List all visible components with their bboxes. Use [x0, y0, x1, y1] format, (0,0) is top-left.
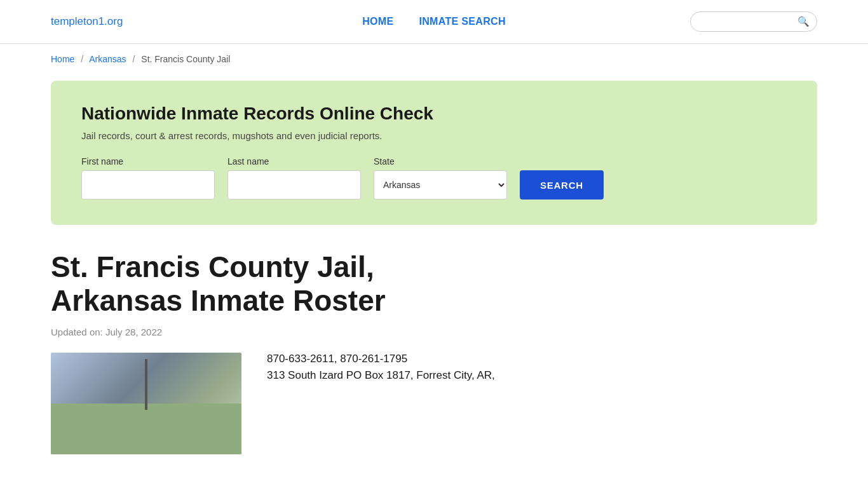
search-icon: 🔍	[797, 16, 810, 27]
breadcrumb-home[interactable]: Home	[51, 54, 74, 64]
site-logo[interactable]: templeton1.org	[51, 15, 243, 28]
nav-inmate-search[interactable]: INMATE SEARCH	[419, 16, 505, 27]
search-panel: Nationwide Inmate Records Online Check J…	[51, 81, 817, 225]
search-button[interactable]: SEARCH	[520, 170, 604, 200]
updated-date: Updated on: July 28, 2022	[51, 327, 817, 337]
header-search-wrapper: 🔍	[626, 11, 818, 32]
breadcrumb-separator-2: /	[133, 54, 135, 64]
search-form: First name Last name State Arkansas Alab…	[81, 156, 787, 200]
facility-details: 870-633-2611, 870-261-1795 313 South Iza…	[267, 353, 495, 382]
site-header: templeton1.org HOME INMATE SEARCH 🔍	[0, 0, 868, 44]
search-panel-subtitle: Jail records, court & arrest records, mu…	[81, 130, 787, 141]
last-name-input[interactable]	[227, 170, 361, 200]
breadcrumb: Home / Arkansas / St. Francis County Jai…	[0, 44, 868, 74]
header-search-container: 🔍	[690, 11, 817, 32]
facility-image	[51, 353, 241, 454]
search-panel-title: Nationwide Inmate Records Online Check	[81, 104, 787, 124]
main-nav: HOME INMATE SEARCH	[243, 16, 626, 27]
state-label: State	[374, 156, 507, 166]
breadcrumb-current: St. Francis County Jail	[141, 54, 230, 64]
first-name-input[interactable]	[81, 170, 215, 200]
page-title: St. Francis County Jail, Arkansas Inmate…	[51, 250, 496, 318]
first-name-group: First name	[81, 156, 215, 200]
main-content: St. Francis County Jail, Arkansas Inmate…	[0, 244, 868, 480]
first-name-label: First name	[81, 156, 215, 166]
facility-phone: 870-633-2611, 870-261-1795	[267, 353, 495, 365]
nav-home[interactable]: HOME	[362, 16, 393, 27]
facility-address: 313 South Izard PO Box 1817, Forrest Cit…	[267, 369, 495, 382]
state-group: State Arkansas Alabama Alaska California…	[374, 156, 507, 200]
breadcrumb-state[interactable]: Arkansas	[89, 54, 126, 64]
breadcrumb-separator-1: /	[81, 54, 83, 64]
info-section: 870-633-2611, 870-261-1795 313 South Iza…	[51, 353, 817, 454]
last-name-group: Last name	[227, 156, 361, 200]
state-select[interactable]: Arkansas Alabama Alaska California Texas	[374, 170, 507, 200]
last-name-label: Last name	[227, 156, 361, 166]
